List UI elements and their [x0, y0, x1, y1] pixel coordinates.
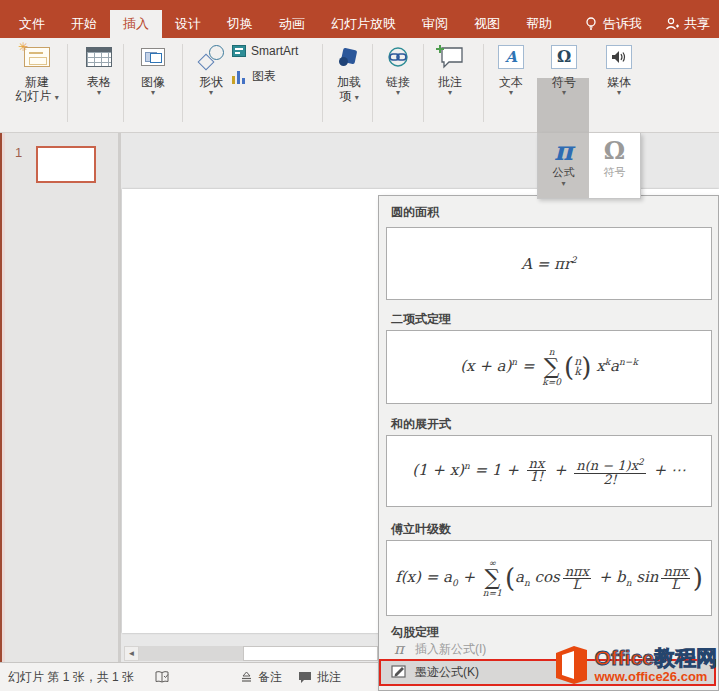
symbols-button[interactable]: Ω 符号 ▾	[537, 42, 591, 97]
new-slide-icon: ✳	[24, 47, 50, 67]
symbols-label: 符号	[537, 75, 591, 89]
image-button[interactable]: 图像 ▾	[126, 42, 180, 97]
slide-counter: 幻灯片 第 1 张，共 1 张	[8, 663, 134, 691]
insert-new-equation-label: 插入新公式(I)	[415, 641, 486, 658]
powerpoint-window: 文件 开始 插入 设计 切换 动画 幻灯片放映 审阅 视图 帮助 告诉我 共享 …	[0, 0, 719, 691]
title-bar: 文件 开始 插入 设计 切换 动画 幻灯片放映 审阅 视图 帮助 告诉我 共享	[0, 0, 719, 38]
scrollbar-thumb[interactable]	[243, 646, 378, 661]
new-slide-button[interactable]: ✳ 新建 幻灯片 ▾	[10, 42, 64, 103]
tab-insert[interactable]: 插入	[110, 10, 162, 38]
addins-label: 加载	[326, 75, 372, 89]
pi-equation-icon: π	[538, 137, 589, 165]
speaker-icon	[606, 45, 632, 69]
smartart-label: SmartArt	[251, 44, 298, 58]
table-button[interactable]: 表格 ▾	[72, 42, 126, 97]
chart-icon	[232, 70, 247, 84]
comment-plus-icon	[436, 44, 464, 70]
scroll-left-arrow[interactable]: ◄	[124, 646, 139, 661]
share-button[interactable]: 共享	[684, 15, 710, 33]
section-title-pythagorean: 勾股定理	[391, 624, 439, 641]
addins-button[interactable]: 加载 项 ▾	[326, 42, 372, 103]
book-icon	[155, 670, 170, 684]
spellcheck-button[interactable]	[155, 663, 170, 691]
watermark-url: www.office26.com	[594, 669, 717, 684]
slide-thumbnail-panel: 1	[5, 133, 118, 662]
tab-help[interactable]: 帮助	[513, 10, 565, 38]
tab-review[interactable]: 审阅	[409, 10, 461, 38]
smartart-button[interactable]: SmartArt	[232, 44, 298, 58]
slide-thumbnail[interactable]	[36, 146, 96, 183]
links-label: 链接	[374, 75, 422, 89]
chart-label: 图表	[252, 68, 276, 85]
addins-icon	[338, 47, 360, 67]
tab-home[interactable]: 开始	[58, 10, 110, 38]
media-label: 媒体	[592, 75, 646, 89]
section-title-binomial: 二项式定理	[391, 311, 451, 328]
watermark-title: Office教程网	[594, 647, 717, 669]
ribbon-tabs: 文件 开始 插入 设计 切换 动画 幻灯片放映 审阅 视图 帮助	[0, 10, 565, 38]
tab-design[interactable]: 设计	[162, 10, 214, 38]
shapes-icon	[198, 45, 224, 69]
ink-equation-label: 墨迹公式(K)	[415, 664, 479, 681]
text-label: 文本	[484, 75, 538, 89]
chart-button[interactable]: 图表	[232, 68, 276, 85]
omega-symbol-icon: Ω	[589, 137, 640, 165]
ink-pen-icon	[389, 664, 409, 681]
equation-expansion-of-sum[interactable]: (1 + x)n = 1 + nx1! + n(n − 1)x22! + ⋯	[386, 435, 712, 507]
notes-label: 备注	[258, 669, 282, 686]
smartart-icon	[232, 45, 246, 57]
equation-fourier-series[interactable]: f(x) = a0 + ∞∑n=1(an cosnπxL + bn sinnπx…	[386, 540, 712, 616]
media-button[interactable]: 媒体 ▾	[592, 42, 646, 97]
table-label: 表格	[72, 75, 126, 89]
comment-label: 批注	[423, 75, 477, 89]
symbol-dropdown-button[interactable]: Ω 符号	[589, 133, 640, 198]
shapes-button[interactable]: 形状 ▾	[184, 42, 238, 97]
equation-binomial[interactable]: (x + a)n = n∑k=0(nk) xkan−k	[386, 330, 712, 404]
equation-circle-area[interactable]: A = πr2	[386, 227, 712, 300]
slide-number: 1	[15, 145, 22, 160]
link-icon	[386, 46, 410, 68]
symbol-label: 符号	[589, 165, 640, 180]
section-title-fourier: 傅立叶级数	[391, 521, 451, 538]
office-logo-icon	[550, 645, 590, 685]
comment-button[interactable]: 批注 ▾	[423, 42, 477, 97]
new-slide-label2: 幻灯片 ▾	[10, 89, 64, 103]
tab-view[interactable]: 视图	[461, 10, 513, 38]
equation-gallery-menu: 圆的面积 A = πr2 二项式定理 (x + a)n = n∑k=0(nk) …	[378, 195, 719, 691]
addins-label2: 项 ▾	[326, 89, 372, 103]
horizontal-scrollbar: ◄	[124, 646, 378, 661]
tab-slideshow[interactable]: 幻灯片放映	[318, 10, 409, 38]
tab-transitions[interactable]: 切换	[214, 10, 266, 38]
ribbon: ✳ 新建 幻灯片 ▾ 表格 ▾ 图像 ▾ 形状 ▾ SmartArt 图表	[0, 38, 719, 133]
equation-label: 公式	[538, 165, 589, 180]
links-button[interactable]: 链接 ▾	[374, 42, 422, 97]
new-slide-label: 新建	[10, 75, 64, 89]
tab-file[interactable]: 文件	[6, 10, 58, 38]
shapes-label: 形状	[184, 75, 238, 89]
table-icon	[86, 47, 112, 67]
section-title-expansion: 和的展开式	[391, 416, 451, 433]
pi-icon: π	[389, 640, 409, 658]
equation-dropdown-button[interactable]: π 公式 ▾	[538, 133, 589, 198]
text-icon: A	[498, 45, 524, 69]
tab-animations[interactable]: 动画	[266, 10, 318, 38]
image-label: 图像	[126, 75, 180, 89]
lightbulb-icon	[583, 16, 599, 32]
image-icon	[141, 48, 165, 66]
watermark: Office教程网 www.office26.com	[550, 645, 717, 685]
notes-button[interactable]: 备注	[240, 663, 282, 691]
notes-icon	[240, 671, 253, 683]
share-person-icon	[664, 16, 680, 32]
tell-me[interactable]: 告诉我	[603, 15, 642, 33]
omega-icon: Ω	[551, 45, 577, 69]
section-title-circle-area: 圆的面积	[391, 204, 439, 221]
comment-bubble-icon	[298, 671, 312, 684]
comments-button[interactable]: 批注	[298, 663, 341, 691]
comments-label: 批注	[317, 669, 341, 686]
text-button[interactable]: A 文本 ▾	[484, 42, 538, 97]
symbols-dropdown: π 公式 ▾ Ω 符号	[537, 133, 641, 199]
